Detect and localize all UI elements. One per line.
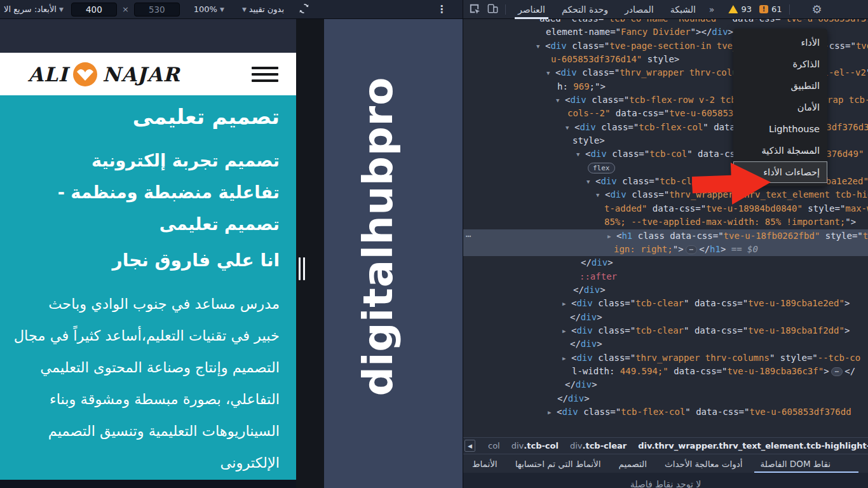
code-token: tve- bbox=[856, 41, 868, 51]
height-input[interactable]: 530 bbox=[134, 3, 180, 17]
code-line[interactable]: l-width: 449.594;" data-css="tve-u-189cb… bbox=[463, 365, 868, 378]
watermark-text: digitalhubpro bbox=[355, 77, 402, 396]
tab-console[interactable]: وحدة التحكم bbox=[553, 0, 616, 19]
expand-caret-icon[interactable]: ▶ bbox=[562, 352, 571, 365]
rotate-device-icon[interactable] bbox=[298, 3, 310, 17]
collapse-caret-icon[interactable]: ▼ bbox=[536, 40, 545, 53]
code-line[interactable]: ▼<div class="thrv_wrapper thrv_text_elem… bbox=[463, 188, 868, 201]
device-toolbar-toggle-icon[interactable] bbox=[487, 3, 499, 17]
code-line[interactable]: </div> bbox=[463, 311, 868, 324]
code-token: style=" bbox=[820, 231, 862, 241]
tab-network[interactable]: الشبكة bbox=[662, 0, 704, 19]
code-token: > bbox=[824, 366, 829, 376]
code-token: tcb-clear bbox=[635, 325, 684, 336]
more-options-icon[interactable]: ⋮ bbox=[437, 3, 447, 15]
code-line[interactable]: aded" class="tcb-co-name "Rounded"" data… bbox=[463, 19, 868, 25]
hamburger-menu-icon[interactable] bbox=[252, 67, 278, 82]
code-token: " data-css=" bbox=[684, 325, 748, 336]
code-token: </ bbox=[699, 244, 710, 254]
code-token: style=" bbox=[803, 203, 845, 214]
code-line[interactable]: </div> bbox=[463, 283, 868, 297]
code-line[interactable]: </div> bbox=[463, 378, 868, 391]
expand-caret-icon[interactable]: ▶ bbox=[562, 297, 571, 311]
inspect-element-icon[interactable] bbox=[468, 3, 480, 17]
code-token: data-css=" bbox=[647, 203, 706, 214]
flex-badge[interactable]: flex bbox=[588, 163, 615, 173]
resize-handle[interactable] bbox=[299, 257, 308, 280]
code-line[interactable]: ▶<div class="tcb-clear" data-css="tve-u-… bbox=[463, 324, 868, 337]
menu-item[interactable]: الأمان bbox=[733, 97, 827, 118]
code-line[interactable]: </div> bbox=[463, 392, 868, 405]
code-line[interactable]: ::after bbox=[463, 270, 868, 283]
code-token: > bbox=[597, 312, 602, 322]
expand-caret-icon[interactable]: ▶ bbox=[548, 406, 557, 418]
collapse-caret-icon[interactable]: ▼ bbox=[546, 67, 555, 80]
elements-panel: aded" class="tcb-co-name "Rounded"" data… bbox=[463, 19, 868, 488]
code-line[interactable]: 85%; --tve-applied-max-width: 85% !impor… bbox=[463, 215, 868, 229]
divider bbox=[789, 4, 790, 15]
menu-item[interactable]: الأداء bbox=[733, 32, 827, 53]
collapsed-content-icon[interactable]: ⋯ bbox=[831, 367, 843, 376]
width-input[interactable]: 400 bbox=[71, 3, 117, 17]
code-token: 449.594;" bbox=[620, 366, 668, 376]
menu-item[interactable]: Lighthouse bbox=[733, 118, 827, 140]
expand-caret-icon[interactable]: ▶ bbox=[562, 325, 571, 338]
code-token: div bbox=[562, 407, 578, 417]
expand-caret-icon[interactable]: ▶ bbox=[607, 230, 616, 243]
collapse-caret-icon[interactable]: ▼ bbox=[576, 148, 585, 161]
code-line[interactable]: </div> bbox=[463, 256, 868, 269]
collapse-caret-icon[interactable]: ▼ bbox=[566, 121, 574, 135]
collapse-caret-icon[interactable]: ▼ bbox=[596, 189, 605, 202]
breadcrumb-item[interactable]: div.tcb-col bbox=[512, 441, 559, 451]
subtab-dom-breakpoints[interactable]: الفاصلة DOM نقاط bbox=[752, 454, 839, 473]
warnings-badge[interactable]: 93 bbox=[728, 4, 752, 14]
code-token: div bbox=[581, 339, 597, 349]
code-token: div bbox=[600, 176, 616, 186]
code-line[interactable]: ▶<div class="thrv_wrapper thrv-columns" … bbox=[463, 351, 868, 365]
throttling-dropdown[interactable]: ▼ بدون تقييد bbox=[240, 4, 284, 14]
code-line[interactable]: ign: right;">⋯</h1> == $0 bbox=[463, 243, 868, 256]
issues-badge[interactable]: ! 61 bbox=[759, 4, 782, 14]
code-line[interactable]: </div> bbox=[463, 337, 868, 351]
code-token: class=" bbox=[593, 353, 635, 363]
zoom-dropdown[interactable]: 100% ▼ bbox=[194, 4, 227, 14]
menu-item[interactable]: الذاكرة bbox=[733, 53, 827, 75]
code-line[interactable]: ▶<div class="tcb-clear" data-css="tve-u-… bbox=[463, 297, 868, 310]
code-token: div bbox=[592, 257, 607, 268]
collapsed-content-icon[interactable]: ⋯ bbox=[686, 245, 698, 254]
code-token: > bbox=[597, 339, 602, 349]
page-below-fold bbox=[0, 480, 296, 488]
code-token: --tcb-co bbox=[818, 353, 860, 363]
tab-sources[interactable]: المصادر bbox=[616, 0, 662, 19]
code-line[interactable]: ▶<div class="tcb-flex-col" data-css="tve… bbox=[463, 405, 868, 418]
code-token: div bbox=[610, 189, 626, 200]
breadcrumb-item[interactable]: div.tcb-clear bbox=[570, 441, 627, 451]
settings-gear-icon[interactable]: ⚙ bbox=[811, 3, 822, 16]
breadcrumb-scroll-left-button[interactable]: ◀ bbox=[465, 440, 475, 452]
site-logo[interactable]: ALI NAJAR bbox=[28, 61, 180, 88]
collapse-caret-icon[interactable]: ▼ bbox=[587, 175, 595, 189]
subtab-item[interactable]: أدوات معالجة الأحداث bbox=[656, 454, 752, 473]
code-line[interactable]: t-added" data-css="tve-u-18984bd0840" st… bbox=[463, 202, 868, 215]
viewport-area: ALI NAJAR تصميم تعليمى تصميم تجربة إلكتر… bbox=[0, 19, 463, 488]
subtab-item[interactable]: الأنماط التي تم احتسابها bbox=[506, 454, 610, 473]
code-token: tve-u-189cba1e2ed" bbox=[748, 298, 844, 308]
breadcrumb-item[interactable]: div.thrv_wrapper.thrv_text_element.tcb-h… bbox=[638, 441, 868, 451]
collapse-caret-icon[interactable]: ▼ bbox=[556, 94, 565, 107]
code-token: 969 bbox=[573, 81, 589, 92]
menu-item[interactable]: المسجلة الذكية bbox=[733, 140, 827, 161]
code-token: class=" bbox=[567, 41, 609, 51]
tab-elements[interactable]: العناصر bbox=[510, 0, 553, 19]
menu-item[interactable]: التطبيق bbox=[733, 75, 827, 97]
code-token: class=" bbox=[596, 122, 639, 132]
code-line[interactable]: ⋯▶<h1 class data-css="tve-u-18fb0262fbd"… bbox=[463, 229, 868, 243]
code-token: " data-css=" bbox=[685, 407, 749, 417]
subtab-item[interactable]: التصميم bbox=[609, 454, 656, 473]
chevron-down-icon: ▼ bbox=[59, 6, 64, 13]
line-gutter-icon: ⋯ bbox=[466, 229, 470, 243]
subtab-item[interactable]: الأنماط bbox=[463, 454, 506, 473]
dimensions-dropdown[interactable]: الأبعاد: سريع الا ▼ bbox=[4, 4, 66, 14]
more-panels-button[interactable]: » bbox=[704, 0, 720, 19]
breadcrumb-item[interactable]: col bbox=[488, 441, 500, 451]
hero-section: تصميم تعليمى تصميم تجربة إلكترونيةتفاعلي… bbox=[0, 95, 296, 480]
